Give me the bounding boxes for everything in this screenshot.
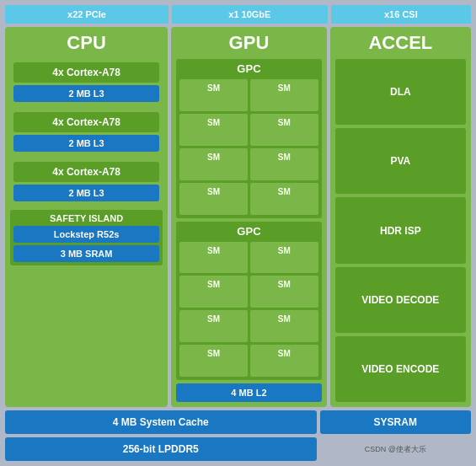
video-encode-block: VIDEO ENCODE bbox=[335, 336, 466, 402]
hdr-isp-block: HDR ISP bbox=[335, 197, 466, 263]
gpc-block-2: GPC SM SM SM SM SM SM SM SM bbox=[176, 222, 322, 381]
gpc-block-1: GPC SM SM SM SM SM SM SM SM bbox=[176, 59, 322, 218]
cpu-cache-3: 2 MB L3 bbox=[13, 185, 159, 201]
bottom-row-2: 256-bit LPDDR5 CSDN @使者大乐 bbox=[5, 437, 471, 461]
dla-block: DLA bbox=[335, 59, 466, 125]
sm-cell: SM bbox=[250, 183, 318, 215]
sm-cell: SM bbox=[250, 310, 318, 342]
cpu-cluster-3: 4x Cortex-A78 2 MB L3 bbox=[10, 158, 163, 205]
accel-title: ACCEL bbox=[335, 32, 466, 54]
gbe-label: x1 10GbE bbox=[172, 5, 328, 24]
sm-cell: SM bbox=[179, 242, 248, 274]
video-decode-block: VIDEO DECODE bbox=[335, 267, 466, 333]
bottom-row-1: 4 MB System Cache SYSRAM bbox=[5, 410, 471, 434]
lpddr5: 256-bit LPDDR5 bbox=[5, 437, 317, 461]
csdn-credit: CSDN @使者大乐 bbox=[320, 437, 471, 461]
cpu-cluster-1: 4x Cortex-A78 2 MB L3 bbox=[10, 59, 163, 105]
sm-cell: SM bbox=[179, 148, 248, 180]
cpu-column: CPU 4x Cortex-A78 2 MB L3 4x Cortex-A78 … bbox=[5, 27, 168, 407]
gpu-title: GPU bbox=[176, 32, 322, 54]
sram-label: 3 MB SRAM bbox=[13, 245, 159, 262]
sm-grid-2: SM SM SM SM SM SM SM SM bbox=[179, 242, 318, 378]
sm-cell: SM bbox=[179, 183, 248, 215]
cpu-title: CPU bbox=[10, 32, 163, 54]
cpu-core-3: 4x Cortex-A78 bbox=[13, 162, 159, 182]
cpu-cache-2: 2 MB L3 bbox=[13, 135, 159, 152]
sm-cell: SM bbox=[179, 345, 248, 377]
gpc-2-title: GPC bbox=[179, 225, 318, 238]
cpu-core-1: 4x Cortex-A78 bbox=[13, 62, 159, 83]
sm-cell: SM bbox=[179, 79, 248, 111]
system-cache: 4 MB System Cache bbox=[5, 410, 317, 434]
sm-cell: SM bbox=[250, 276, 318, 308]
csi-label: x16 CSI bbox=[331, 5, 471, 24]
safety-island: SAFETY ISLAND Lockstep R52s 3 MB SRAM bbox=[10, 210, 163, 265]
cpu-cluster-2: 4x Cortex-A78 2 MB L3 bbox=[10, 109, 163, 155]
gpc-1-title: GPC bbox=[179, 62, 318, 75]
sm-cell: SM bbox=[250, 345, 318, 377]
sm-cell: SM bbox=[179, 114, 248, 146]
gpu-column: GPU GPC SM SM SM SM SM SM SM SM GPC SM bbox=[171, 27, 327, 407]
pva-block: PVA bbox=[335, 128, 466, 194]
cpu-cache-1: 2 MB L3 bbox=[13, 85, 159, 102]
gpu-l2: 4 MB L2 bbox=[176, 383, 322, 402]
sm-cell: SM bbox=[179, 276, 248, 308]
cpu-core-2: 4x Cortex-A78 bbox=[13, 112, 159, 132]
top-labels-row: x22 PCIe x1 10GbE x16 CSI bbox=[5, 5, 471, 24]
main-content-row: CPU 4x Cortex-A78 2 MB L3 4x Cortex-A78 … bbox=[5, 27, 471, 407]
sm-cell: SM bbox=[250, 242, 318, 274]
sm-cell: SM bbox=[179, 310, 248, 342]
lockstep-label: Lockstep R52s bbox=[13, 226, 159, 243]
accel-column: ACCEL DLA PVA HDR ISP VIDEO DECODE VIDEO… bbox=[330, 27, 471, 407]
safety-island-title: SAFETY ISLAND bbox=[13, 213, 159, 223]
chip-diagram: x22 PCIe x1 10GbE x16 CSI CPU 4x Cortex-… bbox=[0, 0, 476, 466]
sm-cell: SM bbox=[250, 114, 318, 146]
sysram: SYSRAM bbox=[320, 410, 471, 434]
sm-cell: SM bbox=[250, 148, 318, 180]
sm-cell: SM bbox=[250, 79, 318, 111]
sm-grid-1: SM SM SM SM SM SM SM SM bbox=[179, 79, 318, 215]
pcie-label: x22 PCIe bbox=[5, 5, 168, 24]
